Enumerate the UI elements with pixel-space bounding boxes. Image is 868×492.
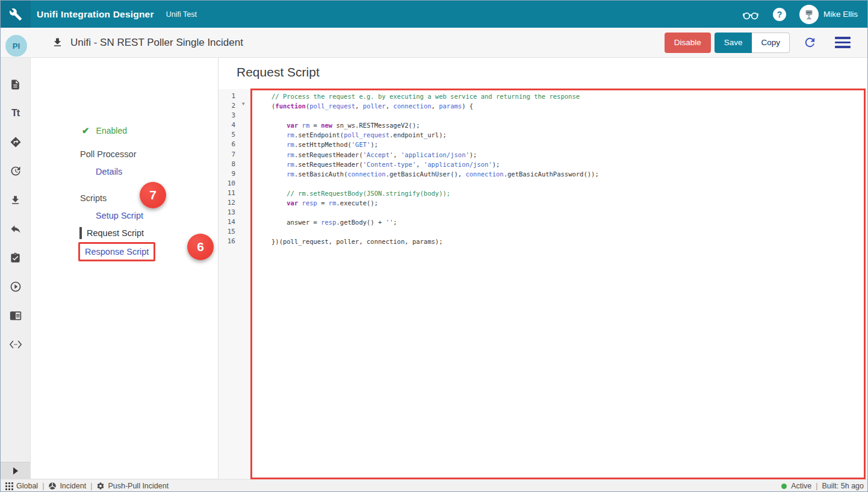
reply-icon[interactable] xyxy=(9,223,22,235)
code-line xyxy=(271,227,864,237)
reader-icon[interactable] xyxy=(9,310,22,322)
wrench-icon xyxy=(9,8,22,21)
nav-section-scripts: Scripts xyxy=(80,193,107,203)
integration-header: Unifi - SN REST Poller Single Incident D… xyxy=(1,28,868,58)
code-line: // rm.setRequestBody(JSON.stringify(body… xyxy=(271,188,864,198)
line-number: 15 xyxy=(219,227,235,237)
code-line: })(poll_request, poller, connection, par… xyxy=(271,237,864,246)
code-line xyxy=(271,179,864,188)
copy-button[interactable]: Copy xyxy=(752,33,790,53)
line-number: 1 xyxy=(219,92,235,101)
help-icon[interactable]: ? xyxy=(773,8,786,21)
active-indicator-bar xyxy=(79,227,82,239)
code-line xyxy=(271,111,864,120)
page-title: Request Script xyxy=(237,65,320,79)
download-icon[interactable] xyxy=(9,194,22,206)
refresh-icon xyxy=(803,36,817,49)
expand-rail-button[interactable] xyxy=(1,462,30,479)
user-menu[interactable]: Mike Ellis xyxy=(799,5,858,24)
line-number: 3 xyxy=(219,111,235,120)
refresh-button[interactable] xyxy=(803,36,817,49)
code-line: rm.setBasicAuth(connection.getBasicAuthU… xyxy=(271,169,864,179)
code-line: rm.setRequestHeader('Accept', 'applicati… xyxy=(271,150,864,160)
code-line: rm.setHttpMethod('GET'); xyxy=(271,140,864,149)
download-icon xyxy=(52,37,63,48)
line-number: 13 xyxy=(219,208,235,217)
line-number: 7 xyxy=(219,150,235,160)
line-number: 10 xyxy=(219,179,235,188)
grid-icon xyxy=(5,482,13,490)
line-number: 16 xyxy=(219,237,235,246)
nav-item-response-script[interactable]: Response Script xyxy=(85,247,149,257)
code-line: // Process the request e.g. by executing… xyxy=(271,92,864,101)
table-incident[interactable]: Incident xyxy=(48,482,86,490)
code-editor[interactable]: // Process the request e.g. by executing… xyxy=(252,89,864,478)
integration-title: Unifi - SN REST Poller Single Incident xyxy=(70,37,243,49)
line-number: 14 xyxy=(219,217,235,227)
separator: | xyxy=(42,482,44,490)
app-logo-button[interactable] xyxy=(1,1,31,28)
message-push-pull-incident[interactable]: Push-Pull Incident xyxy=(96,482,169,490)
scope-global[interactable]: Global xyxy=(5,482,38,490)
nav-item-request-script[interactable]: Request Script xyxy=(79,227,144,239)
menu-icon[interactable] xyxy=(835,37,851,48)
annotation-badge-7: 7 xyxy=(140,182,166,208)
separator: | xyxy=(90,482,92,490)
glasses-icon[interactable] xyxy=(742,8,760,20)
active-status-icon xyxy=(781,484,787,489)
workspace-name: Unifi Test xyxy=(166,10,197,19)
play-circle-icon[interactable] xyxy=(9,281,22,293)
enabled-toggle[interactable]: ✔ Enabled xyxy=(82,125,127,136)
app-title: Unifi Integration Designer xyxy=(37,9,154,20)
document-icon[interactable] xyxy=(9,78,22,90)
line-number: 9 xyxy=(219,169,235,179)
code-line: var resp = rm.execute(); xyxy=(271,198,864,208)
top-app-bar: Unifi Integration Designer Unifi Test ? xyxy=(1,1,868,28)
check-icon: ✔ xyxy=(82,125,90,136)
code-line: rm.setEndpoint(poll_request.endpoint_url… xyxy=(271,130,864,140)
code-icon[interactable] xyxy=(9,338,22,350)
status-bar: Global | Incident | Push-Pull Incide xyxy=(1,479,868,492)
code-line xyxy=(271,208,864,217)
built-label: Built: 5h ago xyxy=(822,482,864,490)
nav-section-poll-processor: Poll Processor xyxy=(80,149,136,159)
task-check-icon[interactable] xyxy=(9,252,22,264)
fold-arrow-icon[interactable]: ▾ xyxy=(242,101,245,107)
editor-gutter: 12345678910111213141516 xyxy=(219,89,250,478)
line-number: 8 xyxy=(219,160,235,169)
line-number: 12 xyxy=(219,198,235,208)
line-number: 5 xyxy=(219,130,235,140)
directions-icon[interactable] xyxy=(9,136,22,148)
history-icon[interactable] xyxy=(9,165,22,177)
line-number: 4 xyxy=(219,120,235,130)
line-number: 11 xyxy=(219,188,235,198)
line-number: 6 xyxy=(219,140,235,149)
incident-icon xyxy=(48,482,57,490)
gear-icon xyxy=(96,482,105,490)
nav-panel: ✔ Enabled Poll Processor Details Scripts… xyxy=(31,58,218,479)
integration-avatar[interactable]: PI xyxy=(5,35,27,57)
nav-item-setup-script[interactable]: Setup Script xyxy=(96,211,143,220)
line-number: 2 xyxy=(219,101,235,111)
code-line: rm.setRequestHeader('Content-type', 'app… xyxy=(271,160,864,169)
code-lines: // Process the request e.g. by executing… xyxy=(271,92,864,247)
code-line: var rm = new sn_ws.RESTMessageV2(); xyxy=(271,120,864,130)
user-avatar xyxy=(799,5,819,24)
expand-arrow-icon xyxy=(13,467,18,475)
annotation-badge-6: 6 xyxy=(187,234,214,260)
nav-item-details[interactable]: Details xyxy=(96,167,122,176)
save-button[interactable]: Save xyxy=(715,33,752,53)
separator: | xyxy=(816,482,817,490)
user-name: Mike Ellis xyxy=(823,10,858,19)
unifi-integration-designer-window: Unifi Integration Designer Unifi Test ? xyxy=(0,0,868,492)
active-status-label: Active xyxy=(791,482,811,490)
disable-button[interactable]: Disable xyxy=(665,33,711,53)
code-line: answer = resp.getBody() + ''; xyxy=(271,217,864,227)
enabled-label: Enabled xyxy=(96,126,127,135)
text-format-icon[interactable]: Tt xyxy=(9,107,22,119)
icon-rail: Tt xyxy=(1,58,31,479)
code-line: (function(poll_request, poller, connecti… xyxy=(271,101,864,111)
